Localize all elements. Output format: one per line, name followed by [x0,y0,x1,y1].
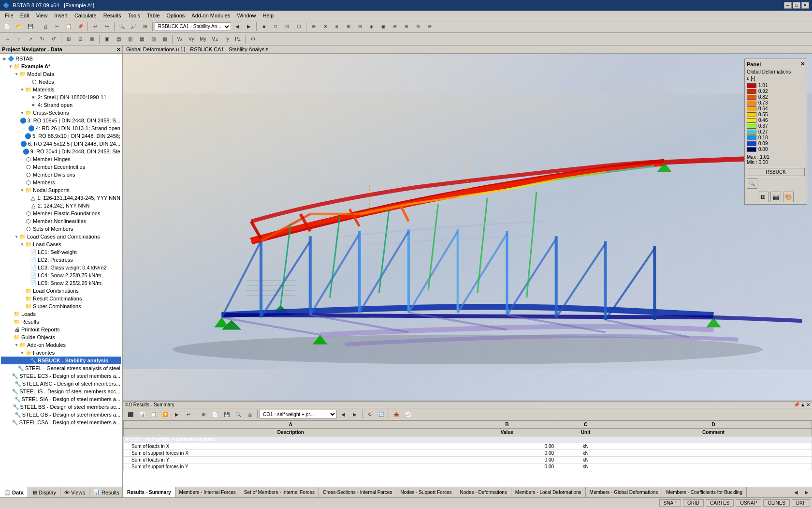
tree-steel-aisc[interactable]: 🔧 STEEL AISC - Design of steel members..… [1,380,121,388]
panel-render-btn[interactable]: 🎨 [783,192,794,202]
tree-nodal-supports[interactable]: ▼ 📁 Nodal Supports [1,186,121,194]
tree-example-a[interactable]: ▼ 📁 Example A* [1,62,121,70]
tb-cut[interactable]: ✂ [52,22,62,31]
tb2-b12[interactable]: ▦ [136,34,147,44]
tree-results[interactable]: 📁 Results [1,318,121,326]
menu-window[interactable]: Window [234,12,259,19]
tb-b11[interactable]: ⊝ [424,22,435,31]
co-combo[interactable]: CO1 - self-weight + pr... [260,410,337,418]
tab-results-summary[interactable]: Results - Summary [123,487,175,497]
tab-members-internal[interactable]: Members - Internal Forces [175,487,240,497]
tree-members[interactable]: ⬡ Members [1,179,121,186]
tree-member-elastic[interactable]: ⬡ Member Elastic Foundations [1,209,121,217]
tb2-b6[interactable]: ⊞ [63,34,74,44]
rsbuck-panel-btn[interactable]: RSBUCK [747,168,805,176]
tb-redo[interactable]: ↪ [102,22,112,31]
rt-b9[interactable]: 💾 [221,409,232,419]
results-row-2[interactable]: Sum of support forces in X 0.00 kN [124,450,812,457]
tb-paste[interactable]: 📌 [75,22,86,31]
tab-results[interactable]: 📊 Results [89,487,124,497]
results-pin[interactable]: 📌 [794,402,799,407]
tb2-b17[interactable]: My [198,34,208,44]
tree-mat-4[interactable]: ■ 4: Strand open [1,101,121,109]
menu-view[interactable]: View [33,12,51,19]
tree-loads[interactable]: 📁 Loads [1,310,121,318]
tree-cs-4[interactable]: 🔵 4: RD 26 | DIN 1013-1; Strand open [1,124,121,132]
tree-model-data[interactable]: ▼ 📁 Model Data [1,70,121,78]
rt-export[interactable]: 📤 [391,409,402,419]
tree-printout-reports[interactable]: 🖨 Printout Reports [1,326,121,333]
tab-cross-sections-internal[interactable]: Cross-Sections - Internal Forces [319,487,396,497]
rt-b8[interactable]: 📄 [210,409,220,419]
tab-members-local-def[interactable]: Members - Local Deformations [511,487,586,497]
rt-b6[interactable]: ↩ [183,409,194,419]
menu-file[interactable]: File [2,12,16,19]
tree-member-hinges[interactable]: ⬡ Member Hinges [1,155,121,163]
status-dxf[interactable]: DXF [792,499,810,507]
tb2-b2[interactable]: ↑ [14,34,24,44]
status-grid[interactable]: GRID [683,499,704,507]
tree-member-eccentricities[interactable]: ⬡ Member Eccentricities [1,163,121,171]
tree-rsbuck[interactable]: 🔧 RSBUCK - Stability analysis [1,357,121,364]
tree-ns-2[interactable]: △ 2: 124,242; NYY NNN [1,202,121,209]
rt-b7[interactable]: ⊞ [198,409,209,419]
tb-b6[interactable]: ◈ [366,22,377,31]
results-row-1[interactable]: Sum of loads in X 0.00 kN [124,443,812,450]
tab-set-members-internal[interactable]: Set of Members - Internal Forces [240,487,319,497]
status-snap[interactable]: SNAP [659,499,681,507]
tree-lc5[interactable]: 📄 LC5: Snow 2,25/2,25 kN/m, [1,279,121,287]
results-table-container[interactable]: A B C D Description Value Unit Comment [123,420,812,487]
tb-3d[interactable]: ⬡ [293,22,304,31]
close-btn[interactable]: ✕ [801,2,809,9]
tree-sets-members[interactable]: ⬡ Sets of Members [1,225,121,233]
tb-b4[interactable]: ⊞ [343,22,354,31]
results-max[interactable]: ▲ [800,402,805,407]
tb2-b14[interactable]: ▨ [160,34,170,44]
tree-addon-modules[interactable]: ▼ 📁 Add-on Modules [1,341,121,349]
rt-next[interactable]: ▶ [349,409,360,419]
rt-refresh[interactable]: ↻ [364,409,375,419]
tree-cs-5[interactable]: 🔵 5: RO 88.9x10 | DIN 2448, DIN 2458; [1,132,121,140]
tree-result-combinations[interactable]: 📁 Result Combinations [1,295,121,302]
tb-prev[interactable]: ◀ [232,22,243,31]
tree-steel-is[interactable]: 🔧 STEEL IS - Design of steel members acc… [1,388,121,395]
results-group-row[interactable]: ⊟ CO1 - self-weight + prestress + glass [124,436,812,443]
menu-help[interactable]: Help [260,12,277,19]
tb-open[interactable]: 📂 [14,22,24,31]
tab-members-global-def[interactable]: Members - Global Deformations [586,487,663,497]
rt-b11[interactable]: 🖨 [245,409,255,419]
status-osnap[interactable]: OSNAP [736,499,761,507]
tree-load-combinations[interactable]: 📁 Load Combinations [1,287,121,295]
rt-b5[interactable]: ▶ [172,409,182,419]
tb2-b3[interactable]: ↗ [25,34,36,44]
rt-b3[interactable]: 📋 [148,409,159,419]
tb-undo[interactable]: ↩ [90,22,101,31]
tab-members-buckling[interactable]: Members - Coefficients for Buckling [662,487,747,497]
tb-copy[interactable]: 📋 [63,22,74,31]
tb-fit[interactable]: ⊞ [140,22,150,31]
tb-zoom-in[interactable]: 🔍 [116,22,127,31]
tb2-b18[interactable]: Mz [209,34,220,44]
rt-prev[interactable]: ◀ [338,409,348,419]
tb2-b1[interactable]: → [2,34,13,44]
tree-guide-objects[interactable]: 📁 Guide Objects [1,333,121,341]
rt-b10[interactable]: 🔍 [233,409,244,419]
tb-b5[interactable]: ⊟ [355,22,365,31]
tree-ns-1[interactable]: △ 1: 126-131,144,243-245; YYY NNN [1,194,121,202]
tb2-b10[interactable]: ▤ [113,34,124,44]
tb2-b13[interactable]: ▧ [148,34,159,44]
rt-chart[interactable]: 📈 [403,409,413,419]
tree-lc1[interactable]: 📄 LC1: Self-weight [1,248,121,256]
tb-print[interactable]: 🖨 [40,22,51,31]
analysis-combo[interactable]: RSBUCK CA1 - Stability An... [155,22,231,31]
tab-nav-next[interactable]: ▶ [801,487,812,497]
tb2-b19[interactable]: Py [221,34,232,44]
results-close[interactable]: ✕ [806,402,810,407]
menu-insert[interactable]: Insert [51,12,71,19]
tree-steel-bs[interactable]: 🔧 STEEL BS - Design of steel members ac.… [1,403,121,411]
panel-grid-btn[interactable]: ⊞ [758,192,768,202]
tree-lc4[interactable]: 📄 LC4: Snow 2,25/0,75 kN/m, [1,271,121,279]
tree-super-combinations[interactable]: 📁 Super Combinations [1,302,121,310]
menu-options[interactable]: Options [163,12,188,19]
tree-root[interactable]: ▶ 🔷 RSTAB [1,55,121,62]
